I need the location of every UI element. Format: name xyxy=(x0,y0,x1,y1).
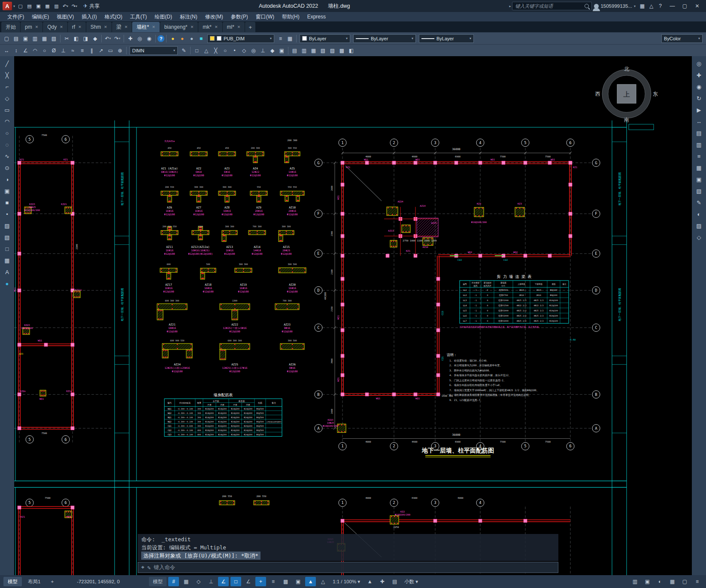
polygon-icon[interactable]: ◇ xyxy=(2,93,12,103)
menu-item-12[interactable]: 帮助(H) xyxy=(278,12,303,21)
design-center-icon[interactable]: ▦ xyxy=(694,163,704,173)
menu-item-3[interactable]: 视图(V) xyxy=(53,12,78,21)
osnap-center-icon[interactable]: ○ xyxy=(221,46,230,55)
osnap-settings-icon[interactable]: ▣ xyxy=(277,46,286,55)
tool-palettes-icon[interactable]: ▣ xyxy=(694,174,704,184)
gradient-icon[interactable]: ▧ xyxy=(2,232,12,242)
dim-diameter-icon[interactable]: Ø xyxy=(49,46,58,55)
ortho-icon[interactable]: ⊥ xyxy=(206,577,216,586)
otrack-icon[interactable]: ∠ xyxy=(243,577,254,586)
layer-color-icon[interactable]: ■ xyxy=(197,34,206,43)
maximize-icon[interactable]: ▢ xyxy=(679,0,691,12)
file-tab-Shm[interactable]: Shm✕ xyxy=(86,22,112,32)
zoom-previous-icon[interactable]: ◉ xyxy=(145,34,154,43)
notification-icon[interactable]: △ xyxy=(647,2,656,11)
clean-screen-icon[interactable]: ▢ xyxy=(679,577,690,586)
spline-icon[interactable]: ∿ xyxy=(2,151,12,161)
osnap-nearest-icon[interactable]: ◆ xyxy=(268,46,277,55)
menu-item-13[interactable]: Express xyxy=(303,12,330,21)
annotation-visibility-icon[interactable]: ▲ xyxy=(305,577,316,586)
dim-linear-icon[interactable]: ↔ xyxy=(2,46,11,55)
color-combo[interactable]: ByLayer▾ xyxy=(300,34,350,43)
menu-item-10[interactable]: 参数(P) xyxy=(227,12,252,21)
layer-lock-icon[interactable]: ● xyxy=(187,34,196,43)
create-block-icon[interactable]: ■ xyxy=(2,197,12,208)
osnap-midpoint-icon[interactable]: △ xyxy=(202,46,211,55)
linetype-combo[interactable]: ByLayer▾ xyxy=(353,34,416,43)
workspace-switch-icon[interactable]: ✚ xyxy=(377,577,388,586)
file-tab-pm[interactable]: pm✕ xyxy=(21,22,42,32)
save-as-icon[interactable]: ▦ xyxy=(43,2,52,10)
point-icon[interactable]: • xyxy=(2,209,12,219)
ellipse-icon[interactable]: ⊙ xyxy=(2,163,12,173)
open-file-icon[interactable]: ▤ xyxy=(25,2,33,10)
osnap-intersection-icon[interactable]: ╳ xyxy=(211,46,220,55)
isolate-objects-icon[interactable]: ◐ xyxy=(654,577,665,586)
infer-constraints-icon[interactable]: ◇ xyxy=(193,577,204,586)
tab-close-icon[interactable]: ✕ xyxy=(215,25,218,29)
tab-close-icon[interactable]: ✕ xyxy=(35,25,39,29)
tab-close-icon[interactable]: ✕ xyxy=(78,25,82,29)
markup-icon[interactable]: ✎ xyxy=(694,197,704,208)
lock-ui-icon[interactable]: ▣ xyxy=(642,577,653,586)
dim-angular-icon[interactable]: ∠ xyxy=(21,46,30,55)
osnap-tangent-icon[interactable]: ◎ xyxy=(249,46,258,55)
arc-icon[interactable]: ◠ xyxy=(2,116,12,127)
center-mark-icon[interactable]: ⊕ xyxy=(115,46,124,55)
revision-cloud-icon[interactable]: ◌ xyxy=(2,139,12,150)
file-tab-mk[interactable]: mk*✕ xyxy=(198,22,222,32)
file-tab-rf[interactable]: rf✕ xyxy=(68,22,86,32)
file-tab-ml[interactable]: ml*✕ xyxy=(223,22,245,32)
drawing-canvas[interactable]: 地下一层墙、柱平面配筋图地下一层墙、柱平面配筋图地下一层墙、柱平面配筋图地下一层… xyxy=(14,56,692,575)
undo-icon[interactable]: ↶▾ xyxy=(103,34,112,43)
tab-close-icon[interactable]: ✕ xyxy=(152,25,155,29)
layout-tab-1[interactable]: 模型 xyxy=(3,577,22,586)
ellipse-arc-icon[interactable]: ◑ xyxy=(2,174,12,184)
osnap-icon[interactable]: □ xyxy=(230,577,241,586)
dim-ordinate-icon[interactable]: ⊥ xyxy=(59,46,68,55)
orbit-icon[interactable]: ↻ xyxy=(694,93,704,103)
plotstyle-combo[interactable]: ByColor▾ xyxy=(661,34,703,43)
units-icon[interactable]: ▤ xyxy=(389,577,400,586)
measure-icon[interactable]: ↔ xyxy=(694,116,704,127)
pan-icon[interactable]: ✚ xyxy=(126,34,135,43)
match-properties-icon[interactable]: ◆ xyxy=(91,34,100,43)
table-icon[interactable]: ▦ xyxy=(2,255,12,265)
quick-properties-icon[interactable]: ▥ xyxy=(630,577,640,586)
customize-icon[interactable]: ≡ xyxy=(692,577,703,586)
menu-item-4[interactable]: 插入(I) xyxy=(78,12,100,21)
design-center-icon[interactable]: ▥ xyxy=(300,46,309,55)
polyline-icon[interactable]: ⌐ xyxy=(2,81,12,92)
tool-palette-icon[interactable]: ▦ xyxy=(309,46,318,55)
markup-set-icon[interactable]: ▨ xyxy=(328,46,337,55)
command-input[interactable]: ⌖ ✎ 键入命令 xyxy=(138,562,558,573)
cut-icon[interactable]: ✂ xyxy=(62,34,71,43)
navigation-wheel-icon[interactable]: ◎ xyxy=(694,58,704,69)
annotation-scale-control[interactable]: 1:1 / 100% ▾ xyxy=(330,579,363,585)
lineweight-combo[interactable]: ByLayer▾ xyxy=(419,34,474,43)
menu-item-2[interactable]: 编辑(E) xyxy=(28,12,53,21)
units-control[interactable]: 小数 ▾ xyxy=(402,579,421,585)
paste-icon[interactable]: ◨ xyxy=(81,34,90,43)
layer-combo[interactable]: PUB_DIM▾ xyxy=(207,34,274,43)
dim-arc-icon[interactable]: ◠ xyxy=(30,46,39,55)
file-tab-梁[interactable]: 梁✕ xyxy=(112,22,132,32)
publish-icon[interactable]: ▧ xyxy=(49,34,58,43)
file-tab-Qdy[interactable]: Qdy✕ xyxy=(43,22,67,32)
render-icon[interactable]: ◐ xyxy=(694,209,704,219)
tab-close-icon[interactable]: ✕ xyxy=(191,25,194,29)
osnap-endpoint-icon[interactable]: □ xyxy=(192,46,201,55)
layer-properties-icon[interactable]: ≡ xyxy=(276,34,285,43)
tab-close-icon[interactable]: ✕ xyxy=(60,25,63,29)
polar-tracking-icon[interactable]: ∠ xyxy=(218,577,229,586)
help-menu-icon[interactable]: ? xyxy=(656,2,665,11)
snap-icon[interactable]: ▦ xyxy=(181,577,191,586)
osnap-perpendicular-icon[interactable]: ⊥ xyxy=(258,46,267,55)
file-tab-开始[interactable]: 开始 xyxy=(1,22,20,32)
layout-tab-3[interactable]: + xyxy=(46,577,58,586)
share-button[interactable]: ✈ 共享 xyxy=(83,3,100,10)
save-icon[interactable]: ▣ xyxy=(21,34,30,43)
layer-states-icon[interactable]: ▦ xyxy=(285,34,294,43)
dim-radius-icon[interactable]: ○ xyxy=(40,46,49,55)
properties-panel-icon[interactable]: ▤ xyxy=(290,46,299,55)
